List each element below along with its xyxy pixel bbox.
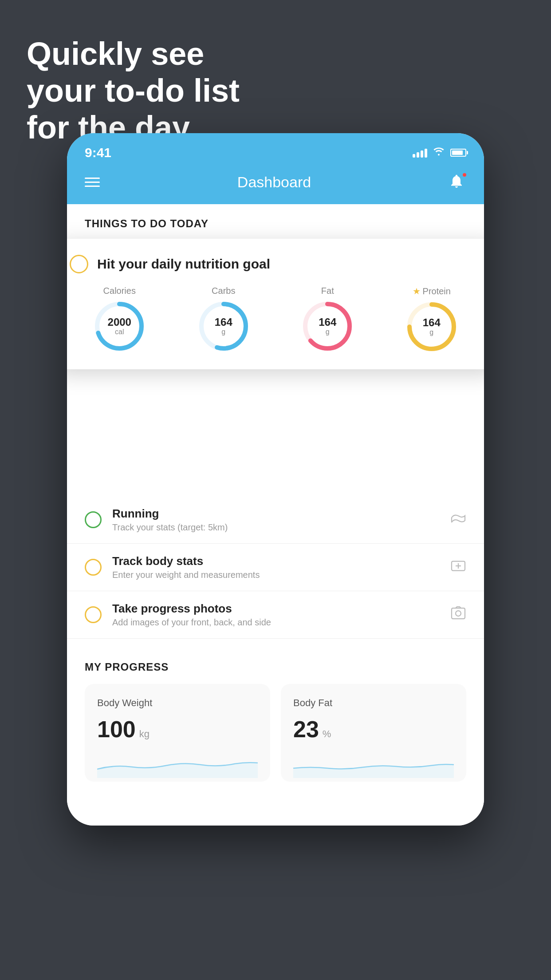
protein-unit: g <box>423 328 441 336</box>
todo-texts-running: Running Track your stats (target: 5km) <box>112 507 440 533</box>
nutrition-grid: Calories 2000 cal <box>70 286 481 353</box>
todo-circle-running <box>85 511 102 528</box>
carbs-unit: g <box>215 328 232 336</box>
progress-section: MY PROGRESS Body Weight 100 kg <box>67 639 484 799</box>
menu-button[interactable] <box>85 178 100 187</box>
hero-line1: Quickly see <box>27 36 240 72</box>
progress-title: MY PROGRESS <box>85 661 466 673</box>
carbs-label: Carbs <box>212 286 235 296</box>
card-title: Hit your daily nutrition goal <box>97 257 270 272</box>
weight-unit: kg <box>139 728 150 740</box>
carbs-donut: 164 g <box>197 300 250 353</box>
bodyfat-chart <box>293 751 454 778</box>
fat-donut: 164 g <box>301 300 354 353</box>
bodyfat-value: 23 <box>293 716 319 743</box>
progress-cards: Body Weight 100 kg <box>85 684 466 782</box>
todo-subtitle-running: Track your stats (target: 5km) <box>112 522 440 533</box>
status-bar: 9:41 <box>67 133 484 164</box>
bodyfat-unit: % <box>323 728 331 740</box>
todo-subtitle-bodystats: Enter your weight and measurements <box>112 570 440 580</box>
protein-label: ★ Protein <box>413 286 451 296</box>
carbs-value: 164 <box>215 316 232 328</box>
notification-dot <box>462 172 467 178</box>
weight-value: 100 <box>97 716 136 743</box>
signal-icon <box>413 148 427 158</box>
app-header: Dashboard <box>67 164 484 204</box>
todo-title-bodystats: Track body stats <box>112 554 440 568</box>
weight-card-title: Body Weight <box>97 697 258 709</box>
svg-point-12 <box>456 611 461 616</box>
task-circle[interactable] <box>70 255 88 273</box>
calories-label: Calories <box>103 286 136 296</box>
status-icons <box>413 146 466 159</box>
app-content: THINGS TO DO TODAY Hit your daily nutrit… <box>67 204 484 826</box>
shoe-icon <box>450 510 466 530</box>
todo-item-running[interactable]: Running Track your stats (target: 5km) <box>67 496 484 544</box>
calories-donut: 2000 cal <box>93 300 146 353</box>
bodyfat-card-title: Body Fat <box>293 697 454 709</box>
wifi-icon <box>433 146 445 159</box>
todo-title-running: Running <box>112 507 440 521</box>
svg-rect-11 <box>452 608 465 619</box>
battery-icon <box>450 149 466 157</box>
todo-circle-photos <box>85 606 102 623</box>
fat-value: 164 <box>319 316 336 328</box>
bodyfat-value-row: 23 % <box>293 716 454 743</box>
page-title: Dashboard <box>237 174 311 191</box>
photo-icon <box>450 605 466 624</box>
nutrition-item-protein: ★ Protein 164 g <box>405 286 458 353</box>
protein-value: 164 <box>423 317 441 328</box>
weight-chart <box>97 751 258 778</box>
nutrition-item-carbs: Carbs 164 g <box>197 286 250 353</box>
status-time: 9:41 <box>85 145 111 160</box>
todo-item-photos[interactable]: Take progress photos Add images of your … <box>67 591 484 639</box>
things-section-header: THINGS TO DO TODAY <box>67 204 484 239</box>
todo-circle-bodystats <box>85 559 102 576</box>
star-icon: ★ <box>413 286 421 296</box>
fat-label: Fat <box>321 286 334 296</box>
calories-value: 2000 <box>108 316 131 328</box>
nutrition-card: Hit your daily nutrition goal Calories <box>67 239 484 369</box>
phone-screen: 9:41 Dashboard <box>67 133 484 826</box>
progress-card-weight: Body Weight 100 kg <box>85 684 270 782</box>
phone-mockup: 9:41 Dashboard <box>67 133 484 826</box>
weight-value-row: 100 kg <box>97 716 258 743</box>
todo-texts-bodystats: Track body stats Enter your weight and m… <box>112 554 440 580</box>
todo-item-bodystats[interactable]: Track body stats Enter your weight and m… <box>67 544 484 591</box>
nutrition-item-fat: Fat 164 g <box>301 286 354 353</box>
nutrition-item-calories: Calories 2000 cal <box>93 286 146 353</box>
scale-icon <box>450 558 466 577</box>
progress-card-bodyfat: Body Fat 23 % <box>281 684 466 782</box>
bell-button[interactable] <box>449 173 466 191</box>
todo-texts-photos: Take progress photos Add images of your … <box>112 602 440 628</box>
hero-line2: your to-do list <box>27 72 240 109</box>
todo-title-photos: Take progress photos <box>112 602 440 616</box>
protein-donut: 164 g <box>405 300 458 353</box>
calories-unit: cal <box>108 328 131 336</box>
fat-unit: g <box>319 328 336 336</box>
todo-list: Running Track your stats (target: 5km) T… <box>67 390 484 639</box>
card-title-row: Hit your daily nutrition goal <box>70 255 481 273</box>
hero-text: Quickly see your to-do list for the day. <box>27 36 240 146</box>
todo-subtitle-photos: Add images of your front, back, and side <box>112 617 440 628</box>
